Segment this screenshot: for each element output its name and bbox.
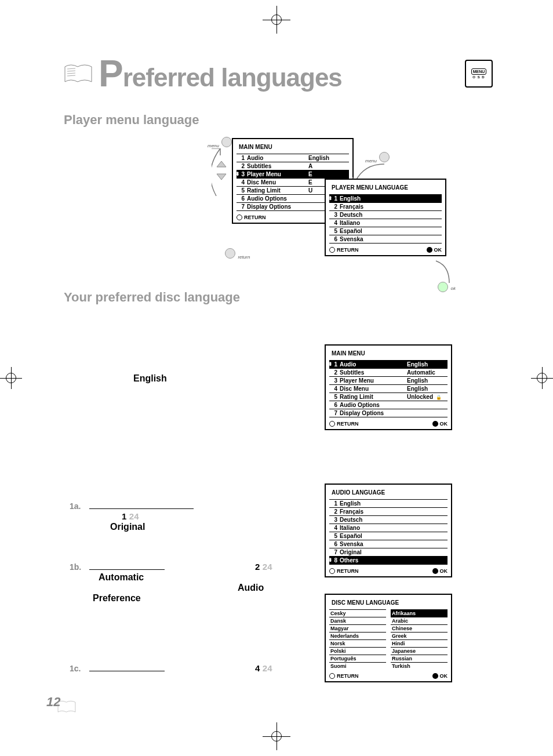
page-title: Preferred languages: [99, 52, 342, 95]
menu-row: Nederlands: [329, 632, 386, 639]
up-down-icon: [216, 160, 227, 181]
svg-line-2: [67, 73, 75, 74]
menu-row: Russian: [391, 655, 448, 662]
step-1b: 1b. Automatic Preference: [70, 562, 165, 604]
menu-row: Português: [329, 655, 386, 662]
registration-mark: [268, 728, 285, 744]
menu-row: 3Player MenuEnglish: [329, 376, 448, 384]
remote-menu-button: menu: [208, 137, 232, 150]
menu-row: 2Français: [329, 202, 442, 210]
menu-row: 3Deutsch: [329, 515, 448, 524]
menu-row: Japanese: [391, 647, 448, 655]
menu-row: Cesky: [329, 609, 386, 617]
menu-row: 2SubtitlesA: [237, 162, 349, 170]
step-1a: 1a. 1 24 Original: [70, 501, 194, 532]
menu-row: 7Display Options: [329, 409, 448, 417]
menu-row: ⬍1English: [329, 194, 442, 202]
menu-row: 3Deutsch: [329, 210, 442, 219]
osd-player-menu-language: PLAYER MENU LANGUAGE ⬍1English2Français3…: [325, 179, 446, 256]
menu-row: 5Rating LimitUnlocked: [329, 392, 448, 401]
menu-row: 4Italiano: [329, 524, 448, 532]
menu-row: ⬍Afrikaans: [391, 609, 448, 617]
book-icon-small: [57, 699, 77, 714]
book-icon: [64, 62, 93, 85]
svg-line-1: [67, 71, 75, 71]
menu-row: 7Original: [329, 548, 448, 556]
menu-row: Magyar: [329, 624, 386, 632]
menu-row: 6Svenska: [329, 540, 448, 548]
step-1c: 1c.: [70, 663, 165, 674]
menu-row: Dansk: [329, 617, 386, 624]
menu-row: 2SubtitlesAutomatic: [329, 368, 448, 376]
menu-row: 6Audio Options: [329, 401, 448, 409]
menu-row: ⬍8Others: [329, 556, 448, 565]
menu-row: Hindi: [391, 639, 448, 647]
menu-row: 5Español: [329, 532, 448, 540]
osd-disc-menu-language: DISC MENU LANGUAGE CeskyDanskMagyarNeder…: [325, 594, 452, 682]
osd-audio-language: AUDIO LANGUAGE 1English2Français3Deutsch…: [325, 484, 452, 577]
remote-return-button: return: [225, 248, 250, 261]
menu-row: 4Disc MenuEnglish: [329, 384, 448, 392]
registration-mark: [3, 370, 19, 386]
menu-row: Polski: [329, 647, 386, 655]
svg-line-0: [67, 68, 75, 69]
registration-mark: [268, 12, 285, 28]
remote-ok-button: ok: [438, 282, 456, 295]
menu-row: Arabic: [391, 617, 448, 624]
menu-row: ⬍3Player MenuE: [237, 170, 349, 178]
menu-row: Turkish: [391, 662, 448, 670]
menu-row: 4Italiano: [329, 219, 442, 227]
osd-main-menu-2: MAIN MENU ⬍1AudioEnglish2SubtitlesAutoma…: [325, 344, 452, 430]
menu-row: 6Svenska: [329, 235, 442, 243]
menu-row: 2Français: [329, 507, 448, 515]
menu-row: Norsk: [329, 639, 386, 647]
step-4: 4 24: [255, 663, 272, 674]
menu-row: 1English: [329, 499, 448, 507]
menu-row: 5Español: [329, 227, 442, 235]
svg-line-3: [67, 75, 75, 76]
section-heading: Your preferred disc language: [64, 290, 493, 305]
registration-mark: [534, 370, 550, 386]
section-heading: Player menu language: [64, 112, 493, 128]
menu-row: Chinese: [391, 624, 448, 632]
menu-row: Suomi: [329, 662, 386, 670]
step-2: 2 24 Audio: [255, 562, 272, 593]
text-english: English: [133, 373, 167, 384]
menu-osd-icon: MENU O S D: [465, 60, 493, 88]
menu-row: 1AudioEnglish: [237, 154, 349, 162]
menu-row: ⬍1AudioEnglish: [329, 360, 448, 368]
menu-row: Greek: [391, 632, 448, 639]
